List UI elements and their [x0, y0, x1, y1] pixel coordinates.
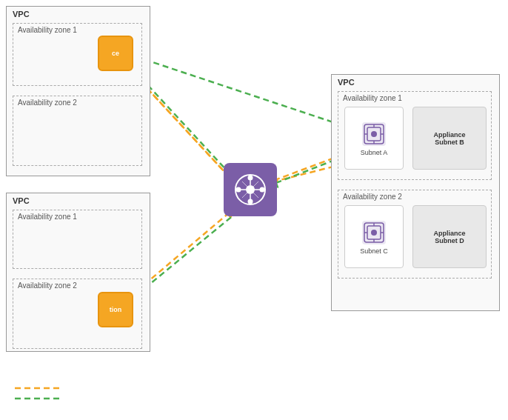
orange-box-bottom: tion	[98, 292, 133, 327]
svg-point-12	[248, 199, 253, 204]
svg-point-11	[248, 176, 253, 181]
svg-line-22	[253, 192, 258, 198]
az2-left-bottom-label: Availability zone 2	[18, 281, 77, 290]
subnet-c-icon	[361, 219, 387, 246]
az1-left-bottom-label: Availability zone 1	[18, 213, 77, 221]
legend-orange	[15, 384, 59, 392]
az1-left-top-label: Availability zone 1	[18, 26, 77, 34]
orange-box-top-label: ce	[112, 50, 119, 57]
svg-point-14	[260, 187, 265, 193]
az1-right: Availability zone 1 Subnet A ApplianceSu…	[338, 91, 492, 180]
vpc-right-label: VPC	[338, 78, 355, 87]
legend	[15, 384, 59, 405]
subnet-b: ApplianceSubnet B	[412, 107, 487, 170]
az2-left-top: Availability zone 2	[13, 96, 142, 166]
az2-right: Availability zone 2 Subnet C ApplianceSu…	[338, 190, 492, 279]
svg-line-20	[253, 181, 258, 187]
vpc-left-top-label: VPC	[13, 10, 30, 19]
az2-right-label: Availability zone 2	[343, 193, 402, 201]
legend-green-line	[15, 395, 59, 402]
orange-box-top: ce	[98, 36, 133, 71]
subnet-d: ApplianceSubnet D	[412, 205, 487, 268]
svg-point-13	[236, 187, 241, 193]
vpc-right: VPC Availability zone 1 Subnet A	[331, 74, 500, 311]
svg-line-19	[242, 181, 248, 187]
az2-left-top-label: Availability zone 2	[18, 99, 77, 107]
svg-point-34	[371, 230, 377, 236]
subnet-d-label: ApplianceSubnet D	[433, 230, 465, 244]
svg-line-21	[242, 192, 248, 198]
subnet-a-icon	[361, 121, 387, 147]
orange-box-bottom-label: tion	[110, 306, 122, 313]
subnet-a-label: Subnet A	[361, 149, 388, 156]
subnet-b-label: ApplianceSubnet B	[433, 131, 465, 146]
vpc-left-top: VPC Availability zone 1 Availability zon…	[6, 6, 150, 176]
vpc-left-bottom-label: VPC	[13, 196, 30, 205]
vpc-left-bottom: VPC Availability zone 1 Availability zon…	[6, 193, 150, 352]
legend-orange-line	[15, 384, 59, 392]
subnet-c-label: Subnet C	[360, 247, 388, 255]
hub-icon	[232, 171, 269, 208]
az1-left-bottom: Availability zone 1	[13, 210, 142, 269]
svg-point-26	[371, 131, 377, 137]
diagram-container: VPC Availability zone 1 Availability zon…	[0, 0, 508, 420]
subnet-c: Subnet C	[344, 205, 404, 268]
central-hub	[224, 163, 277, 216]
subnet-a: Subnet A	[344, 107, 404, 170]
legend-green	[15, 395, 59, 402]
az1-right-label: Availability zone 1	[343, 94, 402, 102]
